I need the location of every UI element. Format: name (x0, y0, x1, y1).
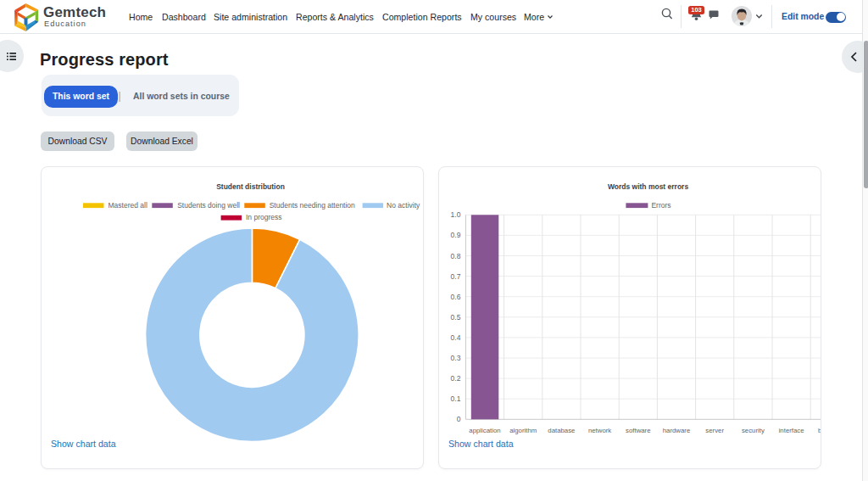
svg-text:0.6: 0.6 (451, 293, 461, 301)
svg-text:hardware: hardware (663, 427, 691, 434)
svg-text:0.8: 0.8 (451, 252, 461, 260)
svg-text:0.7: 0.7 (451, 272, 461, 281)
svg-text:1.0: 1.0 (451, 210, 461, 219)
svg-text:0.4: 0.4 (451, 333, 461, 342)
svg-text:server: server (705, 427, 724, 434)
svg-text:0.3: 0.3 (451, 354, 461, 362)
svg-text:interface: interface (779, 427, 804, 434)
svg-text:browser: browser (818, 427, 821, 434)
svg-text:Mastered all: Mastered all (108, 201, 147, 210)
svg-text:Students doing well: Students doing well (177, 201, 240, 210)
svg-text:0.1: 0.1 (451, 394, 461, 403)
svg-text:Errors: Errors (651, 201, 670, 210)
svg-text:No activity: No activity (387, 201, 420, 210)
svg-text:software: software (626, 427, 650, 434)
svg-text:security: security (742, 427, 765, 434)
svg-text:0.5: 0.5 (451, 313, 461, 322)
svg-text:database: database (548, 427, 575, 434)
svg-text:0.9: 0.9 (451, 231, 461, 239)
svg-text:application: application (469, 427, 500, 434)
svg-text:network: network (588, 427, 611, 434)
svg-text:algorithm: algorithm (509, 427, 537, 434)
svg-text:Students needing attention: Students needing attention (270, 201, 355, 210)
svg-text:In progress: In progress (246, 213, 282, 221)
svg-text:0.2: 0.2 (451, 374, 461, 383)
svg-text:0: 0 (457, 415, 461, 423)
